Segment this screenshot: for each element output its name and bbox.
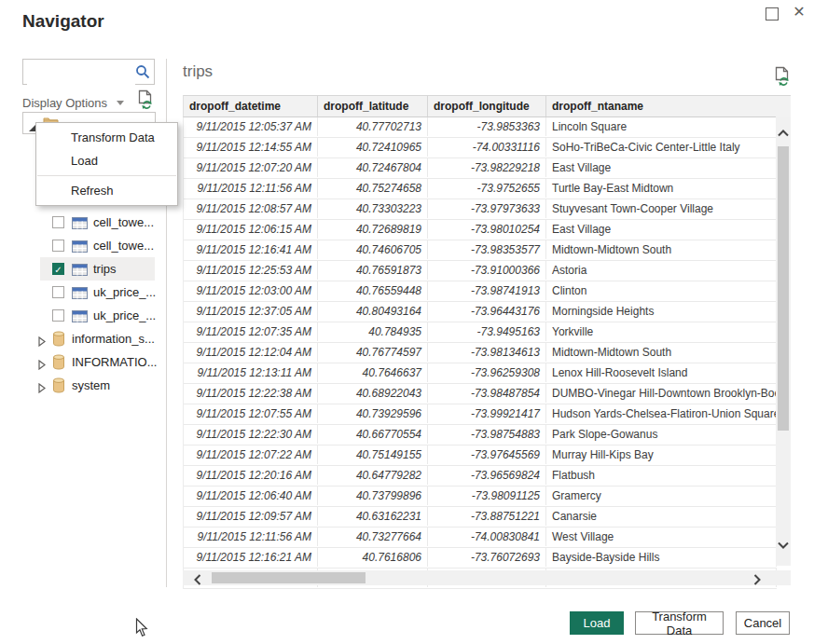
database-icon	[52, 377, 65, 397]
data-preview-grid: dropoff_datetimedropoff_latitudedropoff_…	[183, 95, 791, 589]
sidebar-item-uk-price[interactable]: uk_price_...	[0, 304, 166, 327]
horizontal-scrollbar[interactable]	[183, 570, 791, 585]
column-header-dropoff_datetime: dropoff_datetime	[184, 96, 318, 116]
table-cell: 40.73799896	[318, 486, 428, 505]
table-cell: 9/11/2015 12:11:56 AM	[184, 179, 318, 198]
table-cell: 9/11/2015 12:07:22 AM	[184, 445, 318, 464]
scroll-up-icon[interactable]	[778, 124, 789, 141]
close-icon[interactable]: ✕	[791, 3, 807, 21]
sidebar-item-label: uk_price_...	[93, 285, 156, 299]
table-cell: 9/11/2015 12:08:57 AM	[184, 199, 318, 218]
cancel-button[interactable]: Cancel	[736, 611, 790, 635]
maximize-button[interactable]	[766, 7, 779, 21]
load-button[interactable]: Load	[570, 611, 624, 635]
table-cell: Stuyvesant Town-Cooper Village	[546, 199, 777, 218]
scroll-down-icon[interactable]	[778, 536, 789, 553]
table-cell: -73.9752655	[428, 179, 546, 198]
scroll-left-icon[interactable]	[194, 572, 201, 589]
table-row: 9/11/2015 12:22:30 AM40.66770554-73.9875…	[184, 425, 777, 445]
table-cell: Lincoln Square	[546, 117, 777, 136]
vertical-scrollbar[interactable]	[776, 116, 791, 566]
display-options-dropdown[interactable]: Display Options	[22, 94, 124, 110]
table-cell: -73.98487854	[428, 384, 546, 403]
table-cell: 9/11/2015 12:07:35 AM	[184, 322, 318, 341]
table-row: 9/11/2015 12:37:05 AM40.80493164-73.9644…	[184, 302, 777, 322]
checkbox-unchecked[interactable]	[52, 216, 64, 228]
table-cell: Midtown-Midtown South	[546, 240, 777, 259]
vertical-scrollbar-thumb[interactable]	[778, 146, 789, 431]
table-cell: -73.91000366	[428, 261, 546, 280]
table-cell: 40.72689819	[318, 220, 428, 239]
sidebar-item-cell-towe[interactable]: cell_towe...	[0, 234, 166, 257]
table-row: 9/11/2015 12:09:57 AM40.63162231-73.8875…	[184, 507, 777, 528]
table-cell: -73.97645569	[428, 445, 546, 464]
sidebar-item-label: trips	[93, 262, 117, 276]
table-cell: Morningside Heights	[546, 302, 777, 321]
table-row: 9/11/2015 12:03:00 AM40.76559448-73.9874…	[184, 281, 777, 302]
table-row: 9/11/2015 12:11:56 AM40.73277664-74.0083…	[184, 528, 777, 548]
table-row: 9/11/2015 12:16:41 AM40.74606705-73.9835…	[184, 240, 777, 261]
table-cell: -73.99921417	[428, 404, 546, 423]
table-cell: 40.80493164	[318, 302, 428, 321]
search-input[interactable]	[27, 61, 135, 85]
chevron-right-icon[interactable]	[38, 357, 46, 374]
table-cell: 40.72410965	[318, 138, 428, 157]
chevron-down-icon	[117, 94, 124, 108]
sidebar-item-label: uk_price_...	[93, 308, 156, 322]
table-cell: -73.88751221	[428, 507, 546, 526]
table-cell: -73.9853363	[428, 117, 546, 136]
checkbox-unchecked[interactable]	[52, 286, 64, 298]
checkbox-unchecked[interactable]	[52, 240, 64, 252]
table-cell: -73.76072693	[428, 548, 546, 567]
table-cell: 9/11/2015 12:16:41 AM	[184, 240, 318, 259]
table-cell: Astoria	[546, 261, 777, 280]
grid-body: 9/11/2015 12:05:37 AM40.77702713-73.9853…	[183, 117, 777, 589]
table-cell: 9/11/2015 12:05:37 AM	[184, 117, 318, 136]
horizontal-scrollbar-thumb[interactable]	[212, 572, 366, 583]
table-cell: -73.98754883	[428, 425, 546, 444]
sidebar-folder-information-s[interactable]: information_s...	[0, 327, 166, 350]
table-cell: Hudson Yards-Chelsea-Flatiron-Union Squa…	[546, 404, 777, 423]
refresh-preview-icon[interactable]	[775, 66, 791, 89]
table-cell: 40.76559448	[318, 281, 428, 300]
table-cell: 9/11/2015 12:22:30 AM	[184, 425, 318, 444]
menu-item-transform-data[interactable]: Transform Data	[36, 126, 177, 149]
navigator-dialog: { "window": { "title": "Navigator" }, "s…	[0, 0, 814, 644]
sidebar-item-trips[interactable]: ✓trips	[0, 257, 166, 281]
table-cell: 40.75274658	[318, 179, 428, 198]
search-box[interactable]	[22, 59, 155, 85]
menu-item-refresh[interactable]: Refresh	[36, 179, 177, 202]
database-icon	[52, 354, 65, 374]
refresh-preview-icon[interactable]	[138, 89, 154, 113]
table-cell: 40.66770554	[318, 425, 428, 444]
table-cell: 9/11/2015 12:13:11 AM	[184, 363, 318, 382]
sidebar-item-uk-price[interactable]: uk_price_...	[0, 281, 166, 304]
column-header-dropoff_ntaname: dropoff_ntaname	[546, 96, 792, 116]
table-cell: -73.98091125	[428, 486, 546, 505]
chevron-right-icon[interactable]	[38, 380, 46, 397]
table-cell: -73.96569824	[428, 466, 546, 485]
sidebar-folder-system[interactable]: system	[0, 374, 166, 397]
table-cell: -73.98010254	[428, 220, 546, 239]
transform-data-button[interactable]: Transform Data	[635, 611, 724, 635]
table-icon	[72, 240, 88, 256]
table-row: 9/11/2015 12:11:56 AM40.75274658-73.9752…	[184, 179, 777, 199]
table-cell: 9/11/2015 12:22:38 AM	[184, 384, 318, 403]
table-cell: Clinton	[546, 281, 777, 300]
table-cell: 9/11/2015 12:25:53 AM	[184, 261, 318, 280]
table-cell: 9/11/2015 12:06:15 AM	[184, 220, 318, 239]
menu-item-load[interactable]: Load	[36, 149, 177, 172]
scroll-right-icon[interactable]	[753, 572, 761, 589]
sidebar-folder-informatio[interactable]: INFORMATIO...	[0, 350, 166, 374]
table-cell: Gramercy	[546, 486, 777, 505]
chevron-right-icon[interactable]	[38, 334, 46, 350]
checkbox-checked[interactable]: ✓	[52, 263, 64, 275]
table-cell: -73.98353577	[428, 240, 546, 259]
table-row: 9/11/2015 12:25:53 AM40.76591873-73.9100…	[184, 261, 777, 281]
table-cell: Midtown-Midtown South	[546, 343, 777, 362]
sidebar-item-cell-towe[interactable]: cell_towe...	[0, 211, 166, 234]
table-row: 9/11/2015 12:22:38 AM40.68922043-73.9848…	[184, 384, 777, 404]
checkbox-unchecked[interactable]	[52, 309, 64, 322]
search-icon[interactable]	[135, 64, 150, 83]
table-cell: 40.76774597	[318, 343, 428, 362]
